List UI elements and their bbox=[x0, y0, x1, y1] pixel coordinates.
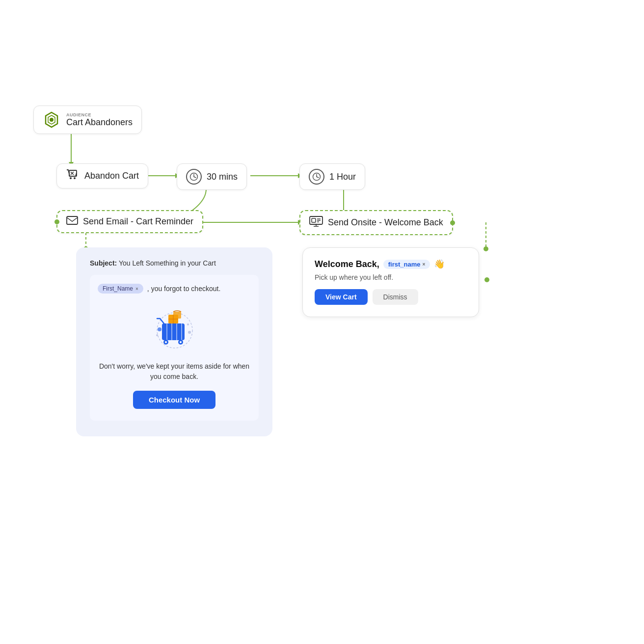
firstname-tag-x[interactable]: × bbox=[135, 286, 138, 292]
send-email-node: Send Email - Cart Reminder bbox=[56, 210, 203, 233]
clock-icon-30 bbox=[186, 169, 202, 185]
email-subject-bold: Subject: bbox=[90, 259, 117, 267]
send-email-label: Send Email - Cart Reminder bbox=[83, 216, 193, 227]
welcome-title-text: Welcome Back, bbox=[315, 259, 379, 269]
svg-point-22 bbox=[74, 177, 76, 179]
svg-line-28 bbox=[317, 177, 319, 178]
delay-30-node: 30 mins bbox=[177, 163, 247, 190]
cart-illustration bbox=[145, 303, 204, 352]
email-subject-text: You Left Something in your Cart bbox=[119, 259, 216, 267]
checkout-now-button[interactable]: Checkout Now bbox=[133, 391, 215, 409]
welcome-card-actions: View Cart Dismiss bbox=[315, 289, 467, 305]
clock-icon-1h bbox=[309, 169, 324, 185]
welcome-back-card: Welcome Back, first_name × 👋 Pick up whe… bbox=[302, 247, 479, 317]
cart-icon bbox=[66, 169, 79, 183]
email-icon bbox=[66, 216, 78, 227]
svg-point-53 bbox=[187, 323, 189, 325]
svg-point-46 bbox=[180, 341, 182, 343]
welcome-firstname-tag: first_name × bbox=[383, 260, 430, 269]
send-onsite-label: Send Onsite - Welcome Back bbox=[328, 217, 443, 228]
email-greeting-line: First_Name × , you forgot to checkout. bbox=[98, 284, 220, 294]
email-node-left-dot bbox=[54, 219, 59, 224]
onsite-icon bbox=[309, 216, 323, 229]
firstname-tag-label: First_Name bbox=[103, 285, 133, 292]
welcome-subtitle: Pick up where you left off. bbox=[315, 273, 467, 281]
svg-point-21 bbox=[70, 177, 72, 179]
email-body-preview: First_Name × , you forgot to checkout. bbox=[90, 275, 259, 421]
abandon-cart-label: Abandon Cart bbox=[84, 171, 139, 181]
audience-label-sm: AUDIENCE bbox=[66, 112, 133, 117]
wave-emoji: 👋 bbox=[434, 259, 445, 269]
svg-point-54 bbox=[188, 331, 191, 334]
svg-rect-29 bbox=[67, 216, 78, 224]
svg-point-52 bbox=[156, 334, 158, 336]
svg-point-17 bbox=[50, 118, 54, 122]
svg-point-14 bbox=[484, 277, 489, 282]
svg-line-25 bbox=[194, 177, 196, 178]
welcome-tag-x[interactable]: × bbox=[422, 262, 425, 267]
delay-1h-node: 1 Hour bbox=[299, 163, 365, 190]
audience-icon bbox=[43, 111, 60, 129]
audience-node: AUDIENCE Cart Abandoners bbox=[33, 106, 142, 134]
svg-rect-31 bbox=[312, 218, 316, 222]
abandon-cart-node: Abandon Cart bbox=[56, 163, 148, 188]
view-cart-button[interactable]: View Cart bbox=[315, 289, 368, 305]
welcome-tag-label: first_name bbox=[388, 261, 421, 268]
audience-node-text-group: AUDIENCE Cart Abandoners bbox=[66, 112, 133, 128]
email-subject-line: Subject: You Left Something in your Cart bbox=[90, 259, 259, 267]
dismiss-button[interactable]: Dismiss bbox=[373, 289, 418, 305]
delay-1h-label: 1 Hour bbox=[329, 172, 356, 182]
svg-rect-48 bbox=[173, 312, 181, 319]
audience-label-main: Cart Abandoners bbox=[66, 117, 133, 128]
onsite-node-right-dot bbox=[450, 220, 455, 225]
delay-30-label: 30 mins bbox=[207, 172, 238, 182]
email-preview-card: Subject: You Left Something in your Cart… bbox=[76, 247, 272, 436]
firstname-tag: First_Name × bbox=[98, 284, 143, 294]
welcome-title-line: Welcome Back, first_name × 👋 bbox=[315, 259, 467, 269]
send-onsite-node: Send Onsite - Welcome Back bbox=[299, 210, 453, 235]
svg-point-51 bbox=[158, 327, 161, 331]
svg-point-11 bbox=[483, 246, 488, 251]
svg-point-44 bbox=[165, 341, 167, 343]
email-body-text: Don't worry, we've kept your items aside… bbox=[98, 361, 251, 382]
greeting-suffix: , you forgot to checkout. bbox=[147, 285, 220, 293]
